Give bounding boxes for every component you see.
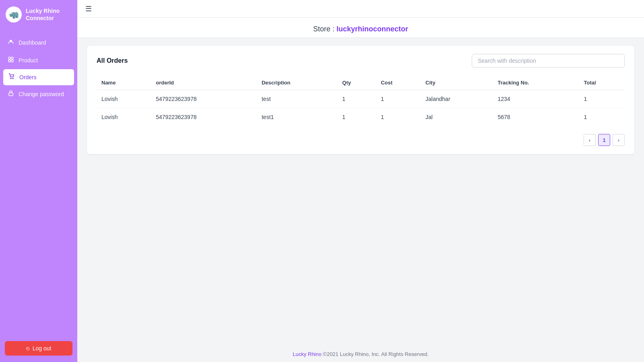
svg-rect-1 bbox=[8, 57, 10, 59]
topbar: ☰ bbox=[77, 0, 644, 18]
svg-rect-2 bbox=[11, 57, 13, 59]
orders-card: All Orders Name orderId Description Qty … bbox=[87, 46, 634, 154]
col-cost: Cost bbox=[376, 76, 421, 90]
sidebar-item-dashboard-label: Dashboard bbox=[19, 39, 46, 46]
logout-icon: ⎋ bbox=[26, 345, 29, 352]
table-row: Lovish5479223623978test11Jalandhar12341 bbox=[97, 90, 625, 108]
sidebar-item-product[interactable]: Product bbox=[0, 51, 77, 69]
col-orderid: orderId bbox=[151, 76, 257, 90]
sidebar-item-change-password[interactable]: Change password bbox=[0, 85, 77, 103]
sidebar-item-orders[interactable]: Orders bbox=[3, 69, 74, 85]
svg-rect-7 bbox=[9, 93, 13, 96]
footer-text: ©2021 Lucky Rhino, Inc. All Rights Reser… bbox=[322, 351, 429, 357]
sidebar-item-product-label: Product bbox=[19, 57, 38, 64]
sidebar-logout-section: ⎋ Log out bbox=[0, 335, 77, 362]
store-label: Store : bbox=[313, 25, 334, 33]
col-description: Description bbox=[257, 76, 337, 90]
footer-brand-link[interactable]: Lucky Rhino bbox=[293, 351, 322, 357]
search-input[interactable] bbox=[472, 54, 625, 68]
logo-emoji: 🦏 bbox=[9, 10, 19, 19]
svg-rect-3 bbox=[8, 60, 10, 62]
store-name: luckyrhinoconnector bbox=[336, 25, 408, 33]
dashboard-icon bbox=[7, 39, 14, 47]
col-tracking: Tracking No. bbox=[493, 76, 579, 90]
pagination: ‹ 1 › bbox=[97, 134, 625, 146]
app-name: Lucky Rhino Connector bbox=[26, 7, 60, 22]
content-area: All Orders Name orderId Description Qty … bbox=[77, 38, 644, 346]
svg-point-6 bbox=[12, 78, 13, 79]
footer: Lucky Rhino ©2021 Lucky Rhino, Inc. All … bbox=[77, 346, 644, 362]
main-content: ☰ Store : luckyrhinoconnector All Orders… bbox=[77, 0, 644, 362]
table-row: Lovish5479223623978test111Jal56781 bbox=[97, 108, 625, 126]
sidebar-item-dashboard[interactable]: Dashboard bbox=[0, 34, 77, 51]
logout-button[interactable]: ⎋ Log out bbox=[5, 341, 72, 356]
store-header: Store : luckyrhinoconnector bbox=[77, 18, 644, 38]
col-qty: Qty bbox=[337, 76, 376, 90]
svg-rect-4 bbox=[11, 60, 13, 62]
orders-icon bbox=[8, 73, 15, 81]
sidebar-item-orders-label: Orders bbox=[19, 74, 37, 80]
svg-point-5 bbox=[10, 78, 11, 79]
sidebar-item-change-password-label: Change password bbox=[19, 91, 64, 97]
sidebar-logo: 🦏 Lucky Rhino Connector bbox=[0, 0, 77, 29]
product-icon bbox=[7, 56, 14, 64]
table-body: Lovish5479223623978test11Jalandhar12341L… bbox=[97, 90, 625, 126]
orders-header: All Orders bbox=[97, 54, 625, 68]
orders-table: Name orderId Description Qty Cost City T… bbox=[97, 76, 625, 126]
sidebar-nav: Dashboard Product Orders Change password bbox=[0, 29, 77, 335]
table-head: Name orderId Description Qty Cost City T… bbox=[97, 76, 625, 90]
prev-page-button[interactable]: ‹ bbox=[584, 134, 596, 146]
col-city: City bbox=[421, 76, 493, 90]
lock-icon bbox=[7, 90, 14, 98]
page-1-button[interactable]: 1 bbox=[598, 134, 610, 146]
col-name: Name bbox=[97, 76, 151, 90]
sidebar: 🦏 Lucky Rhino Connector Dashboard Produc… bbox=[0, 0, 77, 362]
orders-title: All Orders bbox=[97, 57, 128, 64]
hamburger-icon[interactable]: ☰ bbox=[85, 4, 92, 13]
next-page-button[interactable]: › bbox=[613, 134, 625, 146]
col-total: Total bbox=[579, 76, 625, 90]
app-logo: 🦏 bbox=[6, 6, 22, 23]
logout-label: Log out bbox=[33, 345, 52, 352]
